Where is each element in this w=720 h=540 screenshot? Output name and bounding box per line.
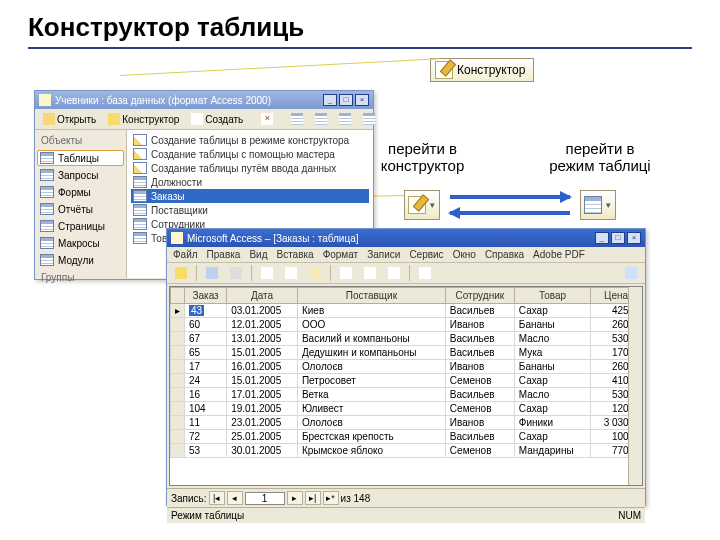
cell[interactable]: Финики bbox=[514, 416, 590, 430]
cell[interactable]: 25.01.2005 bbox=[227, 430, 298, 444]
table-row[interactable]: 1617.01.2005ВеткаВасильевМасло530р. bbox=[171, 388, 642, 402]
cell[interactable]: Сахар bbox=[514, 430, 590, 444]
cell[interactable]: 16 bbox=[185, 388, 227, 402]
row-selector[interactable] bbox=[171, 332, 185, 346]
help-button[interactable] bbox=[620, 265, 642, 281]
cell[interactable]: 17 bbox=[185, 360, 227, 374]
filter-button[interactable] bbox=[383, 265, 405, 281]
cell[interactable]: 13.01.2005 bbox=[227, 332, 298, 346]
datasheet-view-toggle[interactable]: ▾ bbox=[580, 190, 616, 220]
nav-new[interactable]: ▸* bbox=[323, 491, 339, 505]
sort-desc-button[interactable] bbox=[359, 265, 381, 281]
object-item[interactable]: Заказы bbox=[131, 189, 369, 203]
menu-item[interactable]: Справка bbox=[485, 249, 524, 260]
cell[interactable]: Бананы bbox=[514, 360, 590, 374]
cell[interactable]: Крымское яблоко bbox=[297, 444, 445, 458]
cell[interactable]: 16.01.2005 bbox=[227, 360, 298, 374]
data-table[interactable]: ЗаказДатаПоставщикСотрудникТоварЦена ▸43… bbox=[170, 287, 642, 458]
cell[interactable]: Сахар bbox=[514, 304, 590, 318]
table-row[interactable]: 5330.01.2005Крымское яблокоСеменовМандар… bbox=[171, 444, 642, 458]
cell[interactable]: 60 bbox=[185, 318, 227, 332]
cell[interactable]: 19.01.2005 bbox=[227, 402, 298, 416]
cell[interactable]: ООО bbox=[297, 318, 445, 332]
menu-item[interactable]: Adobe PDF bbox=[533, 249, 585, 260]
row-selector[interactable]: ▸ bbox=[171, 304, 185, 318]
maximize-button[interactable]: □ bbox=[339, 94, 353, 106]
nav-first[interactable]: |◂ bbox=[209, 491, 225, 505]
minimize-button[interactable]: _ bbox=[323, 94, 337, 106]
cell[interactable]: Васильев bbox=[445, 332, 514, 346]
cell[interactable]: Мука bbox=[514, 346, 590, 360]
view-small-icons[interactable] bbox=[310, 111, 332, 127]
cell[interactable]: 23.01.2005 bbox=[227, 416, 298, 430]
table-row[interactable]: 2415.01.2005ПетросоветСеменовСахар410р. bbox=[171, 374, 642, 388]
view-large-icons[interactable] bbox=[286, 111, 308, 127]
copy-button[interactable] bbox=[280, 265, 302, 281]
cell[interactable]: Бананы bbox=[514, 318, 590, 332]
cell[interactable]: 72 bbox=[185, 430, 227, 444]
object-item[interactable]: Поставщики bbox=[131, 203, 369, 217]
object-item[interactable]: Создание таблицы с помощью мастера bbox=[131, 147, 369, 161]
row-selector[interactable] bbox=[171, 444, 185, 458]
cell[interactable]: Сахар bbox=[514, 374, 590, 388]
nav-current[interactable] bbox=[245, 492, 285, 505]
sidebar-item[interactable]: Страницы bbox=[37, 218, 124, 234]
sort-asc-button[interactable] bbox=[335, 265, 357, 281]
sidebar-item[interactable]: Запросы bbox=[37, 167, 124, 183]
cell[interactable]: Юливест bbox=[297, 402, 445, 416]
cell[interactable]: 11 bbox=[185, 416, 227, 430]
sidebar-item[interactable]: Макросы bbox=[37, 235, 124, 251]
menu-item[interactable]: Окно bbox=[453, 249, 476, 260]
cell[interactable]: 104 bbox=[185, 402, 227, 416]
cell[interactable]: 03.01.2005 bbox=[227, 304, 298, 318]
row-selector[interactable] bbox=[171, 388, 185, 402]
menu-item[interactable]: Сервис bbox=[409, 249, 443, 260]
cell[interactable]: Иванов bbox=[445, 416, 514, 430]
cell[interactable]: 30.01.2005 bbox=[227, 444, 298, 458]
cell[interactable]: Василий и компаньоны bbox=[297, 332, 445, 346]
cell[interactable]: 17.01.2005 bbox=[227, 388, 298, 402]
column-header[interactable]: Сотрудник bbox=[445, 288, 514, 304]
row-selector-header[interactable] bbox=[171, 288, 185, 304]
row-selector[interactable] bbox=[171, 360, 185, 374]
table-row[interactable]: 6012.01.2005ОООИвановБананы260р. bbox=[171, 318, 642, 332]
nav-last[interactable]: ▸| bbox=[305, 491, 321, 505]
cut-button[interactable] bbox=[256, 265, 278, 281]
view-button[interactable] bbox=[170, 265, 192, 281]
cell[interactable]: 53 bbox=[185, 444, 227, 458]
maximize-button[interactable]: □ bbox=[611, 232, 625, 244]
sidebar-item[interactable]: Отчёты bbox=[37, 201, 124, 217]
cell[interactable]: Масло bbox=[514, 388, 590, 402]
save-button[interactable] bbox=[201, 265, 223, 281]
cell[interactable]: Семенов bbox=[445, 444, 514, 458]
designer-mode-button[interactable]: Конструктор bbox=[430, 58, 534, 82]
sidebar-item[interactable]: Формы bbox=[37, 184, 124, 200]
cell[interactable]: Ололоєв bbox=[297, 416, 445, 430]
row-selector[interactable] bbox=[171, 402, 185, 416]
cell[interactable]: Дедушкин и компаньоны bbox=[297, 346, 445, 360]
cell[interactable]: Петросовет bbox=[297, 374, 445, 388]
cell[interactable]: Ололоєв bbox=[297, 360, 445, 374]
row-selector[interactable] bbox=[171, 374, 185, 388]
menu-item[interactable]: Файл bbox=[173, 249, 198, 260]
table-row[interactable]: 1123.01.2005ОлолоєвИвановФиники3 030р. bbox=[171, 416, 642, 430]
cell[interactable]: 43 bbox=[185, 304, 227, 318]
cell[interactable]: Сахар bbox=[514, 402, 590, 416]
table-row[interactable]: 6713.01.2005Василий и компаньоныВасильев… bbox=[171, 332, 642, 346]
column-header[interactable]: Заказ bbox=[185, 288, 227, 304]
nav-next[interactable]: ▸ bbox=[287, 491, 303, 505]
create-button[interactable]: Создать bbox=[186, 111, 248, 127]
cell[interactable]: Семенов bbox=[445, 374, 514, 388]
view-list[interactable] bbox=[334, 111, 356, 127]
open-button[interactable]: Открыть bbox=[38, 111, 101, 127]
row-selector[interactable] bbox=[171, 318, 185, 332]
row-selector[interactable] bbox=[171, 430, 185, 444]
column-header[interactable]: Дата bbox=[227, 288, 298, 304]
menu-item[interactable]: Правка bbox=[207, 249, 241, 260]
menu-item[interactable]: Вставка bbox=[276, 249, 313, 260]
row-selector[interactable] bbox=[171, 416, 185, 430]
menu-item[interactable]: Формат bbox=[323, 249, 359, 260]
object-item[interactable]: Создание таблицы путём ввода данных bbox=[131, 161, 369, 175]
cell[interactable]: Иванов bbox=[445, 360, 514, 374]
cell[interactable]: 15.01.2005 bbox=[227, 346, 298, 360]
